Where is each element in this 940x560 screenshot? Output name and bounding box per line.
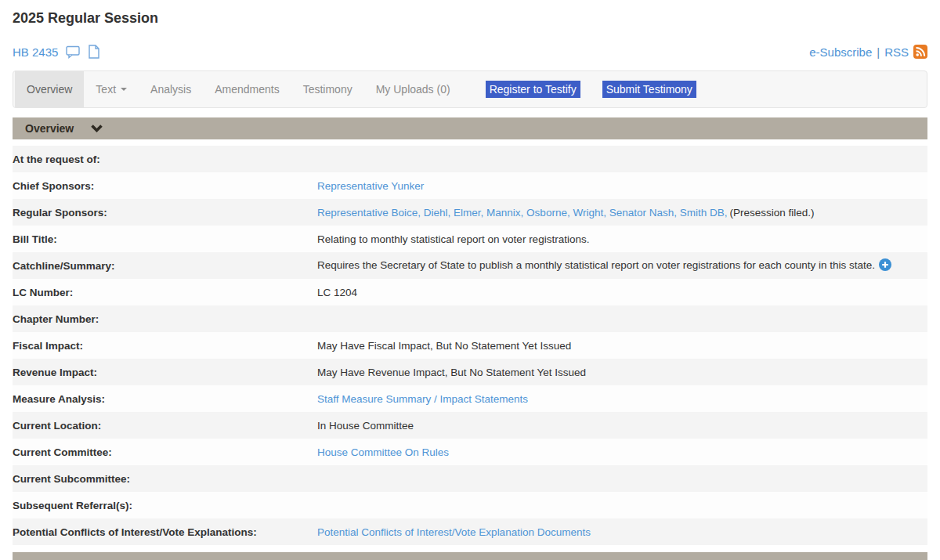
subscribe-links: e-Subscribe | RSS <box>809 45 927 59</box>
field-value-link[interactable]: Potential Conflicts of Interest/Vote Exp… <box>317 526 591 538</box>
field-label: Current Subcommittee: <box>13 473 317 485</box>
field-label: Fiscal Impact: <box>13 340 317 352</box>
table-row: Bill Title:Relating to monthly statistic… <box>13 226 927 252</box>
table-row: Catchline/Summary:Requires the Secretary… <box>13 252 927 279</box>
table-row: Regular Sponsors:Representative Boice, D… <box>13 199 927 226</box>
field-value-cell: May Have Revenue Impact, But No Statemen… <box>317 367 927 378</box>
tab-testimony[interactable]: Testimony <box>291 71 364 107</box>
table-row: Potential Conflicts of Interest/Vote Exp… <box>13 518 927 545</box>
field-value-link[interactable]: Representative Boice, Diehl, Elmer, Mann… <box>317 207 727 219</box>
tab-amendments[interactable]: Amendments <box>203 71 291 107</box>
table-row: Revenue Impact:May Have Revenue Impact, … <box>13 359 927 385</box>
tab-label: Amendments <box>215 83 279 96</box>
separator: | <box>877 45 880 59</box>
comment-icon[interactable] <box>66 45 81 59</box>
rss-icon[interactable] <box>913 45 927 59</box>
submit-testimony-link[interactable]: Submit Testimony <box>602 81 696 98</box>
table-row: Fiscal Impact:May Have Fiscal Impact, Bu… <box>13 332 927 359</box>
e-subscribe-link[interactable]: e-Subscribe <box>809 45 872 59</box>
tab-label: My Uploads (0) <box>376 83 450 96</box>
field-value-cell: Representative Yunker <box>317 180 927 192</box>
tab-analysis[interactable]: Analysis <box>139 71 203 107</box>
table-row: Chief Sponsors:Representative Yunker <box>13 172 927 199</box>
chevron-down-icon <box>91 125 103 132</box>
tab-list: OverviewTextAnalysisAmendmentsTestimonyM… <box>15 71 462 107</box>
table-row: Measure Analysis:Staff Measure Summary /… <box>13 385 927 412</box>
field-value-link[interactable]: Representative Yunker <box>317 180 424 192</box>
table-row: Current Subcommittee: <box>13 465 927 492</box>
field-value-cell: In House Committee <box>317 420 927 432</box>
table-row: LC Number:LC 1204 <box>13 279 927 305</box>
rss-link[interactable]: RSS <box>884 45 909 59</box>
field-label: LC Number: <box>13 287 317 298</box>
field-value-cell: Potential Conflicts of Interest/Vote Exp… <box>317 526 927 538</box>
field-value-suffix: (Presession filed.) <box>729 207 814 219</box>
field-value: Relating to monthly statistical report o… <box>317 233 589 245</box>
field-label: Current Committee: <box>13 446 317 458</box>
field-label: Regular Sponsors: <box>13 207 317 219</box>
field-label: Subsequent Referral(s): <box>13 500 317 511</box>
table-row: Chapter Number: <box>13 305 927 332</box>
tab-label: Text <box>96 83 116 96</box>
field-label: At the request of: <box>13 154 317 165</box>
bill-links: HB 2435 <box>13 45 99 59</box>
table-row: Subsequent Referral(s): <box>13 492 927 518</box>
field-value-cell: Relating to monthly statistical report o… <box>317 233 927 245</box>
field-value: In House Committee <box>317 420 414 432</box>
caret-down-icon <box>121 88 127 91</box>
field-label: Current Location: <box>13 420 317 432</box>
table-row: Current Committee:House Committee On Rul… <box>13 439 927 465</box>
field-value-link[interactable]: House Committee On Rules <box>317 446 449 458</box>
tab-label: Overview <box>27 83 72 96</box>
bill-header-row: HB 2435 e-Subscribe | RSS <box>13 44 927 60</box>
document-icon[interactable] <box>89 45 99 59</box>
field-value: May Have Revenue Impact, But No Statemen… <box>317 367 586 378</box>
field-value-cell: House Committee On Rules <box>317 446 927 458</box>
field-label: Measure Analysis: <box>13 393 317 405</box>
bill-number-link[interactable]: HB 2435 <box>13 45 58 59</box>
section-title: Overview <box>25 122 74 135</box>
testimony-actions: Register to TestifySubmit Testimony <box>486 71 696 107</box>
tab-label: Analysis <box>150 83 191 96</box>
field-value: LC 1204 <box>317 287 357 298</box>
field-value-cell: LC 1204 <box>317 287 927 298</box>
field-label: Revenue Impact: <box>13 367 317 378</box>
table-row: At the request of: <box>13 146 927 172</box>
overview-section-header[interactable]: Overview <box>13 117 927 139</box>
page-title: 2025 Regular Session <box>13 9 927 27</box>
field-value-cell: Requires the Secretary of State to publi… <box>317 258 927 273</box>
field-label: Chapter Number: <box>13 313 317 325</box>
field-value-cell: Staff Measure Summary / Impact Statement… <box>317 393 927 405</box>
field-label: Bill Title: <box>13 233 317 245</box>
tab-overview[interactable]: Overview <box>15 71 84 107</box>
table-row: Current Location:In House Committee <box>13 412 927 439</box>
field-value-link[interactable]: Staff Measure Summary / Impact Statement… <box>317 393 528 405</box>
next-section-bar[interactable] <box>13 552 927 560</box>
register-to-testify-link[interactable]: Register to Testify <box>486 81 580 98</box>
field-value-cell: May Have Fiscal Impact, But No Statement… <box>317 340 927 352</box>
tab-label: Testimony <box>303 83 352 96</box>
field-label: Potential Conflicts of Interest/Vote Exp… <box>13 526 317 538</box>
field-value: May Have Fiscal Impact, But No Statement… <box>317 340 571 352</box>
tab-my-uploads-0[interactable]: My Uploads (0) <box>364 71 462 107</box>
overview-fields-table: At the request of:Chief Sponsors:Represe… <box>13 146 927 545</box>
field-label: Chief Sponsors: <box>13 180 317 192</box>
bill-overview-page: 2025 Regular Session HB 2435 e-Subscribe… <box>0 9 940 560</box>
expand-plus-icon[interactable] <box>879 258 891 273</box>
tab-text[interactable]: Text <box>84 71 139 107</box>
tab-bar: OverviewTextAnalysisAmendmentsTestimonyM… <box>13 70 927 108</box>
field-value: Requires the Secretary of State to publi… <box>317 259 875 271</box>
field-value-cell: Representative Boice, Diehl, Elmer, Mann… <box>317 207 927 219</box>
field-label: Catchline/Summary: <box>13 260 317 272</box>
